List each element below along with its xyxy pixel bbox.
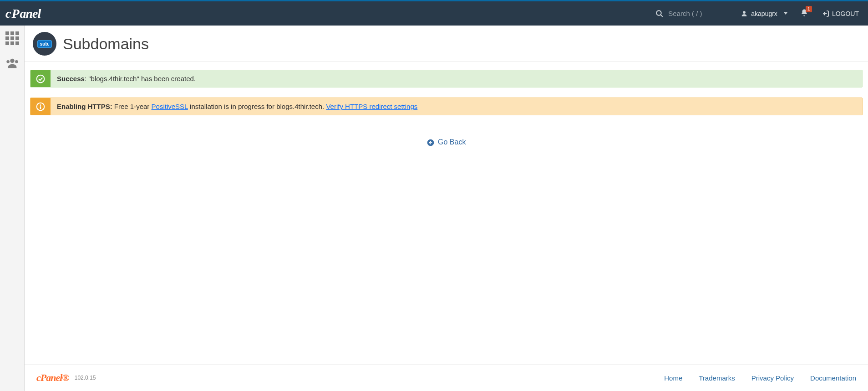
footer-link-home[interactable]: Home [664,374,682,382]
svg-point-0 [657,10,662,15]
logout-label: LOGOUT [832,10,859,17]
top-navbar: cPanel akapugrx 1 LOGOUT [0,0,868,26]
notification-badge: 1 [806,6,812,12]
svg-line-1 [661,15,663,17]
sidebar [0,26,25,391]
go-back-label: Go Back [438,138,466,146]
users-icon [5,57,19,68]
svg-point-5 [15,60,18,63]
grid-icon [5,31,19,45]
main-content: sub. Subdomains Success: "blogs.4thir.te… [25,26,868,391]
svg-point-8 [40,104,41,106]
alert-success-body: Success: "blogs.4thir.tech" has been cre… [51,70,862,87]
user-icon [741,10,747,17]
alert-info-body: Enabling HTTPS: Free 1-year PositiveSSL … [51,98,862,115]
chevron-down-icon [784,12,787,15]
page-title: Subdomains [63,35,149,53]
footer-link-trademarks[interactable]: Trademarks [699,374,735,382]
sidebar-item-apps[interactable] [3,29,21,47]
logout-button[interactable]: LOGOUT [822,10,859,17]
svg-point-4 [6,60,10,63]
verify-https-link[interactable]: Verify HTTPS redirect settings [326,103,417,110]
footer-link-docs[interactable]: Documentation [810,374,856,382]
go-back-section: Go Back [25,138,868,146]
user-menu[interactable]: akapugrx [741,10,787,17]
info-circle-icon [36,102,45,111]
svg-point-6 [37,75,45,82]
footer-logo[interactable]: cPanel® [36,372,69,384]
check-circle-icon [36,74,45,83]
alert-info: Enabling HTTPS: Free 1-year PositiveSSL … [30,98,863,115]
svg-rect-9 [40,106,41,109]
user-name: akapugrx [751,10,777,17]
sidebar-item-users[interactable] [3,54,21,72]
page-header: sub. Subdomains [25,32,868,62]
notifications-button[interactable]: 1 [800,9,808,19]
cpanel-logo[interactable]: cPanel [5,6,41,21]
subdomains-icon: sub. [33,32,56,56]
positivessl-link[interactable]: PositiveSSL [152,103,188,110]
alert-success: Success: "blogs.4thir.tech" has been cre… [30,70,863,87]
search-input[interactable] [668,10,723,17]
footer-link-privacy[interactable]: Privacy Policy [751,374,794,382]
go-back-link[interactable]: Go Back [427,138,466,146]
footer-version: 102.0.15 [75,375,96,381]
svg-point-3 [10,59,14,63]
logout-icon [822,10,829,17]
search[interactable] [655,10,723,18]
footer: cPanel® 102.0.15 Home Trademarks Privacy… [25,364,868,391]
arrow-left-circle-icon [427,139,434,146]
search-icon [655,10,664,18]
